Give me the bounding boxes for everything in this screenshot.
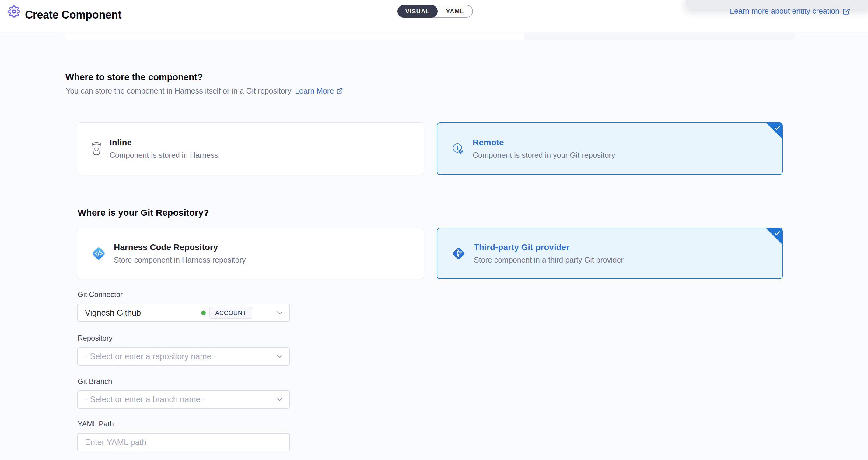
repository-label: Repository (78, 334, 113, 342)
selected-check-icon (774, 124, 781, 131)
option-card-third-party[interactable]: Third-party Git provider Store component… (437, 228, 783, 279)
chevron-down-icon (275, 352, 284, 361)
store-section-description: You can store the component in Harness i… (66, 87, 343, 95)
option-subtitle: Store component in Harness repository (114, 256, 246, 264)
popover-cutoff (685, 0, 868, 9)
panel-bottom-right (524, 33, 795, 40)
section-divider (69, 194, 781, 194)
option-subtitle: Component is stored in Harness (110, 151, 218, 160)
repository-select[interactable]: - Select or enter a repository name - (77, 347, 290, 366)
page-title: Create Component (25, 8, 121, 21)
panel-bottom-left (65, 33, 524, 40)
git-branch-select[interactable]: - Select or enter a branch name - (77, 390, 290, 408)
option-subtitle: Store component in a third party Git pro… (474, 256, 624, 264)
option-subtitle: Component is stored in your Git reposito… (473, 151, 615, 160)
option-card-remote[interactable]: Remote Component is stored in your Git r… (437, 122, 783, 175)
git-connector-value: Vignesh Github (85, 308, 141, 318)
yaml-path-field (77, 433, 290, 452)
store-description-text: You can store the component in Harness i… (66, 87, 291, 95)
tab-yaml[interactable]: YAML (438, 5, 472, 17)
gear-icon (8, 5, 20, 18)
option-card-harness-code[interactable]: Harness Code Repository Store component … (77, 228, 424, 279)
scope-badge: ACCOUNT (209, 307, 252, 319)
git-connector-label: Git Connector (78, 290, 123, 299)
git-branch-placeholder: - Select or enter a branch name - (85, 395, 206, 404)
option-title: Harness Code Repository (114, 242, 246, 252)
yaml-path-input[interactable] (78, 434, 289, 451)
tab-visual[interactable]: VISUAL (398, 5, 438, 18)
yaml-path-label: YAML Path (78, 420, 114, 428)
section-heading-store: Where to store the component? (65, 72, 203, 82)
option-title: Remote (473, 138, 615, 147)
connectivity-status-dot (201, 311, 206, 315)
git-branch-diamond-icon (451, 246, 466, 261)
section-heading-repo: Where is your Git Repository? (78, 207, 209, 218)
option-card-inline[interactable]: Inline Component is stored in Harness (77, 122, 424, 175)
chevron-down-icon (275, 395, 284, 404)
external-link-icon (336, 88, 343, 94)
option-title: Third-party Git provider (474, 242, 624, 252)
option-title: Inline (110, 138, 218, 147)
code-diamond-icon (91, 246, 106, 261)
git-branch-label: Git Branch (78, 377, 112, 386)
git-remote-icon (451, 142, 465, 155)
git-connector-select[interactable]: Vignesh Github ACCOUNT (77, 304, 290, 322)
learn-more-link[interactable]: Learn More (295, 87, 343, 95)
repository-placeholder: - Select or enter a repository name - (85, 352, 216, 361)
chevron-down-icon (275, 309, 284, 317)
visual-yaml-toggle: VISUAL YAML (398, 5, 473, 18)
database-icon (91, 142, 102, 156)
selected-check-icon (774, 230, 781, 237)
